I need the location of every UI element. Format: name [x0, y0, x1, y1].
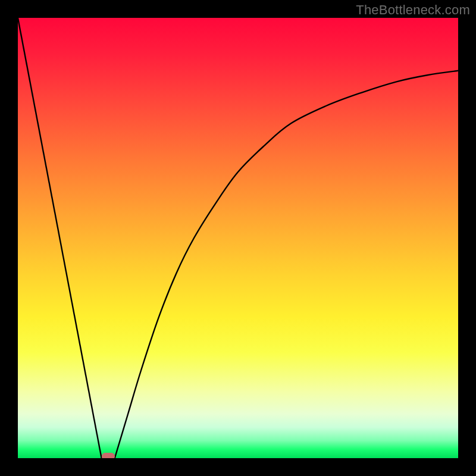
bottleneck-curve: [18, 18, 458, 458]
watermark-text: TheBottleneck.com: [356, 2, 470, 18]
plot-area: [18, 18, 458, 458]
curve-right-branch: [115, 71, 458, 458]
curve-left-branch: [18, 18, 102, 458]
minimum-marker: [102, 453, 115, 458]
chart-frame: TheBottleneck.com: [0, 0, 476, 476]
